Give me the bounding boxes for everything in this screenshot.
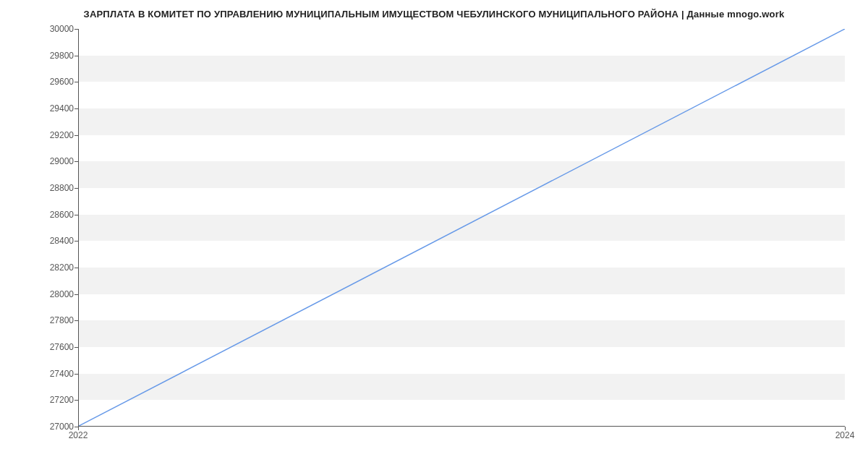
y-tick-mark xyxy=(75,374,78,375)
grid-band xyxy=(79,108,845,135)
y-tick-label: 29600 xyxy=(30,77,74,87)
y-tick-label: 28400 xyxy=(30,236,74,246)
y-tick-mark xyxy=(75,400,78,401)
y-tick-mark xyxy=(75,188,78,189)
y-tick-mark xyxy=(75,108,78,109)
y-tick-label: 29200 xyxy=(30,130,74,140)
y-tick-label: 28200 xyxy=(30,262,74,273)
y-tick-mark xyxy=(75,294,78,295)
x-tick-label: 2024 xyxy=(835,430,855,440)
y-tick-label: 29400 xyxy=(30,103,74,114)
y-tick-mark xyxy=(75,241,78,242)
y-tick-label: 28800 xyxy=(30,183,74,193)
y-tick-mark xyxy=(75,215,78,215)
y-tick-label: 29000 xyxy=(30,156,74,166)
y-tick-label: 29800 xyxy=(30,51,74,61)
plot-area xyxy=(78,29,845,427)
grid-band xyxy=(79,215,845,242)
y-tick-label: 28600 xyxy=(30,210,74,220)
y-tick-mark xyxy=(75,82,78,82)
grid-band xyxy=(79,320,845,347)
y-tick-mark xyxy=(75,268,78,268)
x-tick-mark xyxy=(78,427,79,430)
grid-band xyxy=(79,161,845,188)
grid-band xyxy=(79,374,845,401)
y-tick-label: 27600 xyxy=(30,342,74,352)
grid-band xyxy=(79,56,845,82)
y-tick-label: 28000 xyxy=(30,289,74,299)
y-tick-label: 27000 xyxy=(30,422,74,432)
y-tick-mark xyxy=(75,29,78,30)
y-tick-label: 30000 xyxy=(30,24,74,34)
chart-title: ЗАРПЛАТА В КОМИТЕТ ПО УПРАВЛЕНИЮ МУНИЦИП… xyxy=(0,9,868,20)
y-tick-label: 27400 xyxy=(30,369,74,379)
y-tick-mark xyxy=(75,135,78,136)
y-tick-mark xyxy=(75,347,78,348)
y-tick-mark xyxy=(75,320,78,321)
x-tick-label: 2022 xyxy=(69,430,88,440)
grid-band xyxy=(79,268,845,294)
y-tick-mark xyxy=(75,161,78,162)
x-tick-mark xyxy=(845,427,846,430)
y-tick-label: 27200 xyxy=(30,395,74,405)
y-tick-label: 27800 xyxy=(30,315,74,325)
y-tick-mark xyxy=(75,56,78,56)
